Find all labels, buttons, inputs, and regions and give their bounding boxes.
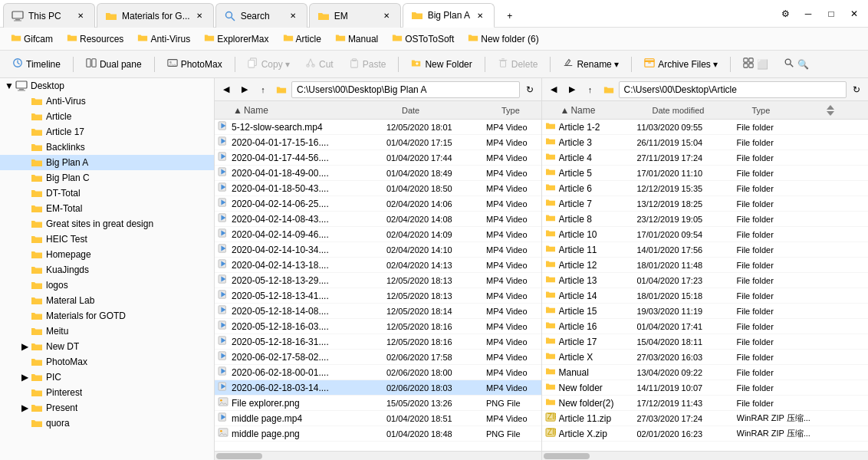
forward-button[interactable]: ▶ [564, 81, 580, 98]
file-row[interactable]: 2020-05-12-18-14-08....12/05/2020 18:14M… [215, 304, 541, 319]
address-input[interactable] [619, 81, 847, 98]
refresh-button[interactable]: ↻ [521, 81, 538, 98]
favorite-resources[interactable]: Resources [62, 31, 128, 47]
file-row[interactable]: 2020-04-02-14-10-34....02/04/2020 14:10M… [215, 242, 541, 258]
tree-toggle[interactable] [18, 172, 31, 184]
file-row[interactable]: Manual13/04/2020 09:22File folder [542, 365, 869, 380]
file-row[interactable]: Article 326/11/2019 15:04File folder [542, 135, 869, 150]
back-button[interactable]: ◀ [218, 81, 235, 98]
tree-toggle[interactable] [18, 126, 31, 138]
sidebar-item-meitu[interactable]: Meitu [0, 324, 214, 339]
tab-search[interactable]: Search✕ [215, 3, 307, 28]
sidebar-item-new-dt[interactable]: ▶New DT [0, 339, 214, 354]
sidebar-item-pinterest[interactable]: Pinterest [0, 385, 214, 400]
sidebar-item-anti-virus[interactable]: Anti-Virus [0, 94, 214, 109]
tree-toggle[interactable]: ▼ [3, 80, 15, 92]
favorite-explorermax[interactable]: ExplorerMax [199, 31, 273, 47]
tab-close-button[interactable]: ✕ [287, 10, 299, 22]
sidebar-item-pic[interactable]: ▶PIC [0, 370, 214, 385]
tab-this-pc[interactable]: This PC✕ [3, 3, 95, 28]
sidebar-item-great-sites-in-great-design[interactable]: Great sites in great design [0, 216, 214, 232]
scrollbar-thumb[interactable] [544, 453, 590, 459]
file-row[interactable]: ZIPArticle X.zip02/01/2020 16:23WinRAR Z… [542, 426, 869, 442]
tree-toggle[interactable] [18, 417, 31, 429]
column-header-date-modified[interactable]: Date modified [649, 106, 749, 115]
toolbar-delete-button[interactable]: Delete [492, 54, 544, 74]
up-button[interactable]: ↑ [582, 81, 599, 98]
file-row[interactable]: Article 612/12/2019 15:35File folder [542, 181, 869, 196]
file-row[interactable]: Article 1301/04/2020 17:23File folder [542, 273, 869, 288]
back-button[interactable]: ◀ [545, 81, 562, 98]
toolbar-copy-button[interactable]: Copy ▾ [242, 54, 296, 74]
file-row[interactable]: Article 1017/01/2020 09:54File folder [542, 227, 869, 242]
tree-toggle[interactable] [18, 187, 31, 199]
file-row[interactable]: New folder14/11/2019 10:07File folder [542, 380, 869, 396]
sidebar-item-quora[interactable]: quora [0, 416, 214, 431]
forward-button[interactable]: ▶ [236, 81, 253, 98]
tree-toggle[interactable] [18, 325, 31, 337]
tab-em[interactable]: EM✕ [309, 3, 401, 28]
favorite-ostotosoft[interactable]: OSToToSoft [387, 31, 459, 47]
column-header-name[interactable]: ▲ Name [230, 105, 399, 116]
file-row[interactable]: middle page.mp401/04/2020 18:51MP4 Video [215, 411, 541, 426]
tree-toggle[interactable] [18, 279, 31, 291]
file-row[interactable]: 2020-06-02-17-58-02....02/06/2020 17:58M… [215, 350, 541, 365]
file-row[interactable]: Article 713/12/2019 18:25File folder [542, 196, 869, 212]
file-row[interactable]: Article 1218/01/2020 11:48File folder [542, 258, 869, 273]
toolbar-view-button[interactable]: ⬜ [737, 54, 774, 74]
file-row[interactable]: 5-12-slow-search.mp412/05/2020 18:01MP4 … [215, 120, 541, 135]
favorite-article[interactable]: Article [278, 31, 326, 47]
file-row[interactable]: Article 427/11/2019 17:24File folder [542, 150, 869, 166]
column-header-type[interactable]: Type [498, 106, 542, 115]
toolbar-rename-button[interactable]: Rename ▾ [557, 54, 625, 74]
file-row[interactable]: 2020-06-02-18-03-14....02/06/2020 18:03M… [215, 380, 541, 396]
tab-close-button[interactable]: ✕ [193, 10, 205, 22]
toolbar-archive-button[interactable]: Archive Files ▾ [638, 54, 724, 74]
sidebar-item-dt-total[interactable]: DT-Total [0, 186, 214, 201]
sidebar-item-materials-for-gotd[interactable]: Materials for GOTD [0, 308, 214, 324]
tree-toggle[interactable] [18, 386, 31, 399]
sidebar-item-logos[interactable]: logos [0, 278, 214, 293]
file-list[interactable]: Article 1-211/03/2020 09:55File folderAr… [542, 120, 869, 451]
settings-button[interactable]: ⚙ [774, 3, 796, 25]
file-row[interactable]: 2020-05-12-18-13-41....12/05/2020 18:13M… [215, 288, 541, 304]
file-row[interactable]: Article 1601/04/2020 17:41File folder [542, 319, 869, 334]
favorite-manual[interactable]: Manual [330, 31, 383, 47]
file-row[interactable]: ZIPArticle 11.zip27/03/2020 17:24WinRAR … [542, 411, 869, 426]
file-row[interactable]: 2020-04-02-14-09-46....02/04/2020 14:09M… [215, 227, 541, 242]
horizontal-scrollbar[interactable] [542, 451, 869, 460]
minimize-button[interactable]: ─ [797, 3, 819, 25]
file-row[interactable]: New folder(2)17/12/2019 11:43File folder [542, 396, 869, 411]
tree-toggle[interactable] [18, 141, 31, 153]
column-header-name[interactable]: ▲ Name [557, 105, 649, 116]
tree-toggle[interactable] [18, 294, 31, 307]
sidebar-item-desktop[interactable]: ▼ Desktop [0, 78, 214, 94]
address-input[interactable] [291, 81, 520, 98]
tree-toggle[interactable]: ▶ [18, 402, 31, 414]
toolbar-paste-button[interactable]: Paste [343, 54, 393, 74]
file-row[interactable]: 2020-04-01-17-44-56....01/04/2020 17:44M… [215, 150, 541, 166]
file-row[interactable]: Article 1519/03/2020 11:19File folder [542, 304, 869, 319]
file-row[interactable]: 2020-04-01-18-49-00....01/04/2020 18:49M… [215, 166, 541, 181]
maximize-button[interactable]: □ [820, 3, 842, 25]
file-row[interactable]: 2020-05-12-18-13-29....12/05/2020 18:13M… [215, 273, 541, 288]
sidebar-item-homepage[interactable]: Homepage [0, 247, 214, 262]
sidebar-item-em-total[interactable]: EM-Total [0, 201, 214, 216]
favorite-anti-virus[interactable]: Anti-Virus [133, 31, 195, 47]
file-row[interactable]: middle page.png01/04/2020 18:48PNG File [215, 426, 541, 442]
toolbar-clock-button[interactable]: Timeline [6, 54, 67, 74]
tree-toggle[interactable] [18, 264, 31, 276]
tree-toggle[interactable] [18, 156, 31, 169]
new-tab-button[interactable]: + [499, 5, 521, 27]
sidebar-item-backlinks[interactable]: Backlinks [0, 140, 214, 155]
tab-close-button[interactable]: ✕ [474, 9, 486, 21]
tab-close-button[interactable]: ✕ [380, 10, 393, 22]
sidebar-item-article-17[interactable]: Article 17 [0, 124, 214, 140]
tree-toggle[interactable] [18, 110, 31, 123]
file-row[interactable]: 2020-04-02-14-13-18....02/04/2020 14:13M… [215, 258, 541, 273]
up-button[interactable]: ↑ [255, 81, 271, 98]
file-row[interactable]: 2020-06-02-18-00-01....02/06/2020 18:00M… [215, 365, 541, 380]
file-row[interactable]: 2020-04-01-17-15-16....01/04/2020 17:15M… [215, 135, 541, 150]
sidebar-item-kuajingds[interactable]: KuaJingds [0, 262, 214, 278]
file-row[interactable]: 2020-04-02-14-08-43....02/04/2020 14:08M… [215, 212, 541, 227]
